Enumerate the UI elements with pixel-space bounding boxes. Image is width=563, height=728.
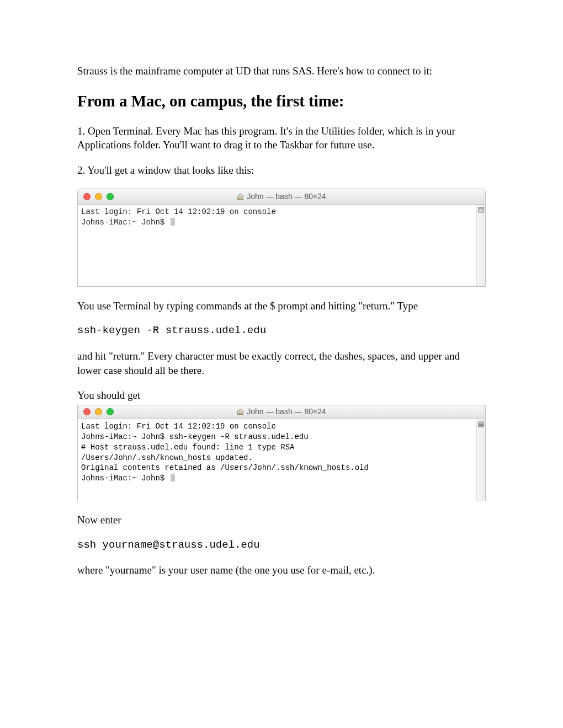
scroll-indicator-icon — [477, 421, 484, 428]
window-controls — [83, 193, 114, 200]
intro-paragraph: Strauss is the mainframe computer at UD … — [77, 64, 486, 78]
terminal-output: Last login: Fri Oct 14 12:02:19 on conso… — [81, 207, 276, 227]
terminal-usage-paragraph: You use Terminal by typing commands at t… — [77, 299, 486, 313]
terminal-scrollbar[interactable] — [476, 205, 485, 286]
you-should-get-label: You should get — [77, 388, 486, 403]
window-controls — [83, 408, 114, 415]
home-icon — [237, 193, 244, 200]
terminal-title-text: John — bash — 80×24 — [247, 191, 326, 202]
terminal-body[interactable]: Last login: Fri Oct 14 12:02:19 on conso… — [78, 205, 476, 286]
terminal-title: John — bash — 80×24 — [78, 191, 485, 202]
close-icon[interactable] — [83, 408, 91, 415]
zoom-icon[interactable] — [107, 193, 114, 200]
step-1-paragraph: 1. Open Terminal. Every Mac has this pro… — [77, 124, 486, 152]
home-icon — [237, 408, 244, 415]
document-page: Strauss is the mainframe computer at UD … — [0, 0, 563, 611]
step-2-paragraph: 2. You'll get a window that looks like t… — [77, 163, 486, 178]
terminal-title: John — bash — 80×24 — [78, 406, 485, 417]
terminal-body[interactable]: Last login: Fri Oct 14 12:02:19 on conso… — [78, 419, 476, 501]
terminal-scrollbar[interactable] — [476, 419, 485, 501]
terminal-window-1: John — bash — 80×24 Last login: Fri Oct … — [77, 189, 486, 287]
minimize-icon[interactable] — [95, 408, 102, 415]
command-2: ssh yourname@strauss.udel.edu — [77, 538, 486, 553]
terminal-output: Last login: Fri Oct 14 12:02:19 on conso… — [81, 422, 369, 483]
cursor-icon — [171, 474, 175, 481]
section-heading: From a Mac, on campus, the first time: — [77, 90, 486, 112]
close-icon[interactable] — [83, 193, 91, 200]
command-1: ssh-keygen -R strauss.udel.edu — [77, 324, 486, 338]
command-2-note: where "yourname" is your user name (the … — [77, 563, 486, 577]
minimize-icon[interactable] — [95, 193, 102, 200]
terminal-titlebar: John — bash — 80×24 — [78, 405, 486, 419]
zoom-icon[interactable] — [107, 408, 114, 415]
cursor-icon — [171, 218, 175, 226]
command-1-note: and hit "return." Every character must b… — [77, 349, 486, 377]
terminal-title-text: John — bash — 80×24 — [247, 406, 326, 417]
now-enter-label: Now enter — [77, 513, 486, 527]
scroll-indicator-icon — [477, 207, 484, 213]
terminal-titlebar: John — bash — 80×24 — [78, 189, 485, 205]
terminal-window-2: John — bash — 80×24 Last login: Fri Oct … — [77, 405, 486, 501]
